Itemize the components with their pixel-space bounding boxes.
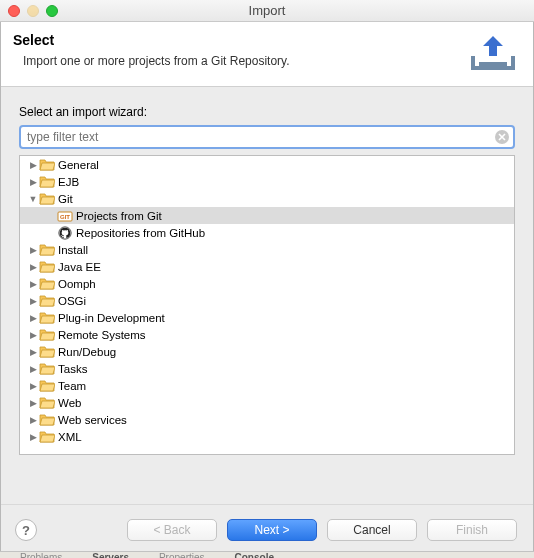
tree-folder[interactable]: ▶Web services [20, 411, 514, 428]
folder-icon [39, 362, 55, 376]
background-view-tabs: Problems Servers Properties Console [0, 551, 534, 558]
button-bar: ? < Back Next > Cancel Finish [1, 504, 533, 557]
folder-icon [39, 277, 55, 291]
window-title: Import [0, 3, 534, 18]
github-icon [57, 226, 73, 240]
tree-folder[interactable]: ▶Remote Systems [20, 326, 514, 343]
bg-tab-console: Console [235, 552, 274, 558]
back-button[interactable]: < Back [127, 519, 217, 541]
tree-item-label: Java EE [58, 261, 101, 273]
chevron-right-icon[interactable]: ▶ [28, 296, 38, 306]
dialog-subheading: Import one or more projects from a Git R… [13, 54, 290, 68]
clear-filter-icon[interactable] [495, 130, 509, 144]
tree-folder[interactable]: ▼Git [20, 190, 514, 207]
tree-item-label: Projects from Git [76, 210, 162, 222]
tree-item-label: XML [58, 431, 82, 443]
folder-icon [39, 379, 55, 393]
chevron-right-icon[interactable]: ▶ [28, 313, 38, 323]
tree-item-label: Git [58, 193, 73, 205]
folder-icon [39, 328, 55, 342]
tree-folder[interactable]: ▶Install [20, 241, 514, 258]
tree-item-label: Web services [58, 414, 127, 426]
folder-icon [39, 311, 55, 325]
folder-icon [39, 396, 55, 410]
folder-icon [39, 430, 55, 444]
tree-item-label: OSGi [58, 295, 86, 307]
folder-icon [39, 413, 55, 427]
tree-folder[interactable]: ▶EJB [20, 173, 514, 190]
dialog-body: Select an import wizard: ▶General▶EJB▼Gi… [1, 87, 533, 467]
chevron-right-icon[interactable]: ▶ [28, 177, 38, 187]
tree-item[interactable]: Repositories from GitHub [20, 224, 514, 241]
titlebar: Import [0, 0, 534, 22]
tree-folder[interactable]: ▶XML [20, 428, 514, 445]
chevron-right-icon[interactable]: ▶ [28, 398, 38, 408]
chevron-right-icon[interactable]: ▶ [28, 160, 38, 170]
tree-folder[interactable]: ▶Java EE [20, 258, 514, 275]
dialog-heading: Select [13, 32, 290, 48]
next-button[interactable]: Next > [227, 519, 317, 541]
wizard-label: Select an import wizard: [19, 105, 515, 119]
bg-tab-servers: Servers [92, 552, 129, 558]
chevron-right-icon[interactable]: ▶ [28, 415, 38, 425]
tree-folder[interactable]: ▶Tasks [20, 360, 514, 377]
folder-icon [39, 345, 55, 359]
tree-folder[interactable]: ▶Web [20, 394, 514, 411]
chevron-right-icon[interactable]: ▶ [28, 262, 38, 272]
chevron-down-icon[interactable]: ▼ [28, 194, 38, 204]
tree-item-label: Web [58, 397, 81, 409]
svg-text:GIT: GIT [60, 214, 70, 220]
folder-icon [39, 192, 55, 206]
tree-item-label: EJB [58, 176, 79, 188]
tree-item-label: Remote Systems [58, 329, 146, 341]
tree-item-label: Repositories from GitHub [76, 227, 205, 239]
folder-icon [39, 243, 55, 257]
tree-folder[interactable]: ▶OSGi [20, 292, 514, 309]
tree-item-label: Run/Debug [58, 346, 116, 358]
bg-tab-properties: Properties [159, 552, 205, 558]
filter-field-wrap[interactable] [19, 125, 515, 149]
tree-folder[interactable]: ▶Oomph [20, 275, 514, 292]
bg-tab-problems: Problems [20, 552, 62, 558]
folder-icon [39, 158, 55, 172]
tree-item-label: Oomph [58, 278, 96, 290]
chevron-right-icon[interactable]: ▶ [28, 347, 38, 357]
tree-folder[interactable]: ▶Run/Debug [20, 343, 514, 360]
folder-icon [39, 260, 55, 274]
wizard-tree[interactable]: ▶General▶EJB▼GitGITProjects from GitRepo… [19, 155, 515, 455]
finish-button[interactable]: Finish [427, 519, 517, 541]
chevron-right-icon[interactable]: ▶ [28, 330, 38, 340]
dialog-header: Select Import one or more projects from … [1, 22, 533, 87]
tree-folder[interactable]: ▶Plug-in Development [20, 309, 514, 326]
tree-item-label: Tasks [58, 363, 87, 375]
chevron-right-icon[interactable]: ▶ [28, 432, 38, 442]
cancel-button[interactable]: Cancel [327, 519, 417, 541]
help-button[interactable]: ? [15, 519, 37, 541]
git-icon: GIT [57, 209, 73, 223]
folder-icon [39, 175, 55, 189]
svg-rect-0 [479, 62, 507, 66]
tree-item-label: Install [58, 244, 88, 256]
tree-item-label: Team [58, 380, 86, 392]
filter-input[interactable] [25, 128, 495, 146]
chevron-right-icon[interactable]: ▶ [28, 364, 38, 374]
folder-icon [39, 294, 55, 308]
tree-folder[interactable]: ▶Team [20, 377, 514, 394]
chevron-right-icon[interactable]: ▶ [28, 279, 38, 289]
import-dialog: Select Import one or more projects from … [0, 22, 534, 558]
chevron-right-icon[interactable]: ▶ [28, 245, 38, 255]
tree-folder[interactable]: ▶General [20, 156, 514, 173]
tree-item[interactable]: GITProjects from Git [20, 207, 514, 224]
svg-marker-1 [483, 36, 503, 56]
chevron-right-icon[interactable]: ▶ [28, 381, 38, 391]
import-icon [469, 32, 517, 72]
tree-item-label: General [58, 159, 99, 171]
tree-item-label: Plug-in Development [58, 312, 165, 324]
